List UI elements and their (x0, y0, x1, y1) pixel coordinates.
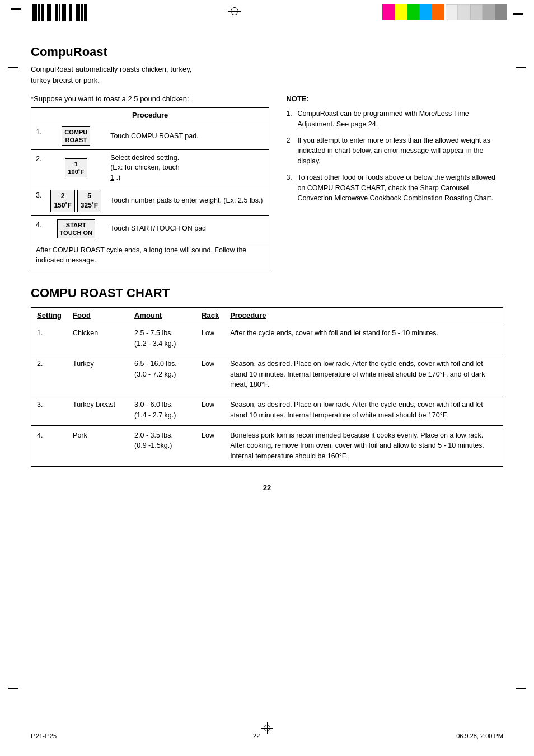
note-item-3: 3. To roast other food or foods above or… (286, 172, 503, 204)
procedure-header-row: Procedure (31, 108, 269, 123)
col-left: *Suppose you want to roast a 2.5 pound c… (31, 95, 269, 269)
row1-food: Chicken (67, 323, 129, 354)
row1-setting: 1. (31, 323, 68, 354)
note-list: 1. CompuRoast can be programmed with Mor… (286, 109, 503, 204)
note-item-2: 2 If you attempt to enter more or less t… (286, 135, 503, 167)
step-2-num: 2. (31, 149, 46, 186)
footer-right: 06.9.28, 2:00 PM (456, 732, 503, 739)
main-content: CompuRoast CompuRoast automatically roas… (0, 0, 534, 525)
row3-setting: 3. (31, 395, 68, 426)
col-amount: Amount (129, 308, 196, 323)
row3-procedure: Season, as desired. Place on low rack. A… (224, 395, 503, 426)
row4-procedure: Boneless pork loin is recommended becaus… (224, 425, 503, 466)
procedure-table: Procedure 1. COMPUROAST Touch COMPU ROAS… (31, 107, 269, 269)
two-column-layout: *Suppose you want to roast a 2.5 pound c… (31, 95, 503, 269)
footer-center: 22 (253, 732, 260, 739)
chart-header-row: Setting Food Amount Rack Procedure (31, 308, 503, 323)
left-top-mark (8, 67, 18, 68)
note-1-text: CompuRoast can be programmed with More/L… (297, 109, 503, 130)
row1-rack: Low (196, 323, 224, 354)
col-rack: Rack (196, 308, 224, 323)
crosshair-circle-bottom (264, 725, 270, 731)
num-5-button: 5325˚F (77, 190, 101, 212)
step-3-buttons: 2150˚F 5325˚F (50, 190, 101, 212)
step-4-icon: STARTTOUCH ON (46, 215, 106, 242)
row2-amount: 6.5 - 16.0 lbs.(3.0 - 7.2 kg.) (129, 354, 196, 395)
row2-rack: Low (196, 354, 224, 395)
compuroast-title: CompuRoast (31, 45, 503, 59)
center-crosshair-top (228, 4, 241, 18)
step-3-text: Touch number pads to enter weight. (Ex: … (106, 186, 269, 216)
print-marks-top (0, 0, 534, 39)
col-food: Food (67, 308, 129, 323)
procedure-step-2: 2. 1100˚F Select desired setting.(Ex: fo… (31, 149, 269, 186)
chart-row-2: 2. Turkey 6.5 - 16.0 lbs.(3.0 - 7.2 kg.)… (31, 354, 503, 395)
row4-rack: Low (196, 425, 224, 466)
compuroast-section: CompuRoast CompuRoast automatically roas… (31, 45, 503, 269)
compu-roast-button: COMPUROAST (62, 126, 90, 146)
col-setting: Setting (31, 308, 68, 323)
chart-title: COMPU ROAST CHART (31, 286, 503, 300)
note-3-text: To roast other food or foods above or be… (297, 172, 503, 204)
mark-right (382, 4, 523, 20)
step-2-text: Select desired setting.(Ex: for chicken,… (106, 149, 269, 186)
step-4-num: 4. (31, 215, 46, 242)
note-item-1: 1. CompuRoast can be programmed with Mor… (286, 109, 503, 130)
row4-setting: 4. (31, 425, 68, 466)
bottom-crosshair (261, 722, 273, 734)
procedure-footer-text: After COMPU ROAST cycle ends, a long ton… (31, 242, 269, 269)
col-right: NOTE: 1. CompuRoast can be programmed wi… (286, 95, 503, 269)
step-1-text: Touch COMPU ROAST pad. (106, 123, 269, 150)
row3-rack: Low (196, 395, 224, 426)
footer-left: P.21-P.25 (31, 732, 57, 739)
suppose-text: *Suppose you want to roast a 2.5 pound c… (31, 95, 269, 103)
procedure-step-4: 4. STARTTOUCH ON Touch START/TOUCH ON pa… (31, 215, 269, 242)
chart-row-1: 1. Chicken 2.5 - 7.5 lbs.(1.2 - 3.4 kg.)… (31, 323, 503, 354)
chart-row-4: 4. Pork 2.0 - 3.5 lbs.(0.9 -1.5kg.) Low … (31, 425, 503, 466)
step-3-num: 3. (31, 186, 46, 216)
right-bottom-mark (516, 688, 526, 689)
step-4-text: Touch START/TOUCH ON pad (106, 215, 269, 242)
setting-1-button: 1100˚F (65, 158, 87, 178)
note-title: NOTE: (286, 95, 503, 103)
start-touch-on-button: STARTTOUCH ON (57, 219, 95, 239)
bottom-info: P.21-P.25 22 06.9.28, 2:00 PM (0, 732, 534, 739)
row1-procedure: After the cycle ends, cover with foil an… (224, 323, 503, 354)
mark-left (11, 4, 87, 21)
procedure-header: Procedure (31, 108, 269, 123)
procedure-step-1: 1. COMPUROAST Touch COMPU ROAST pad. (31, 123, 269, 150)
row1-amount: 2.5 - 7.5 lbs.(1.2 - 3.4 kg.) (129, 323, 196, 354)
left-bottom-mark (8, 688, 18, 689)
row2-food: Turkey (67, 354, 129, 395)
row4-amount: 2.0 - 3.5 lbs.(0.9 -1.5kg.) (129, 425, 196, 466)
row4-food: Pork (67, 425, 129, 466)
chart-table: Setting Food Amount Rack Procedure 1. Ch… (31, 307, 503, 467)
step-2-icon: 1100˚F (46, 149, 106, 186)
compuroast-subtitle: CompuRoast automatically roasts chicken,… (31, 64, 503, 86)
procedure-step-3: 3. 2150˚F 5325˚F Touch number pads to en… (31, 186, 269, 216)
row2-setting: 2. (31, 354, 68, 395)
chart-row-3: 3. Turkey breast 3.0 - 6.0 lbs.(1.4 - 2.… (31, 395, 503, 426)
step-1-num: 1. (31, 123, 46, 150)
procedure-footer-row: After COMPU ROAST cycle ends, a long ton… (31, 242, 269, 269)
step-3-icon: 2150˚F 5325˚F (46, 186, 106, 216)
right-top-mark (516, 67, 526, 68)
step-1-icon: COMPUROAST (46, 123, 106, 150)
note-2-text: If you attempt to enter more or less tha… (297, 135, 503, 167)
col-procedure: Procedure (224, 308, 503, 323)
row3-amount: 3.0 - 6.0 lbs.(1.4 - 2.7 kg.) (129, 395, 196, 426)
num-2-button: 2150˚F (50, 190, 74, 212)
row2-procedure: Season, as desired. Place on low rack. A… (224, 354, 503, 395)
page-number: 22 (31, 483, 503, 492)
row3-food: Turkey breast (67, 395, 129, 426)
chart-section: COMPU ROAST CHART Setting Food Amount Ra… (31, 286, 503, 492)
